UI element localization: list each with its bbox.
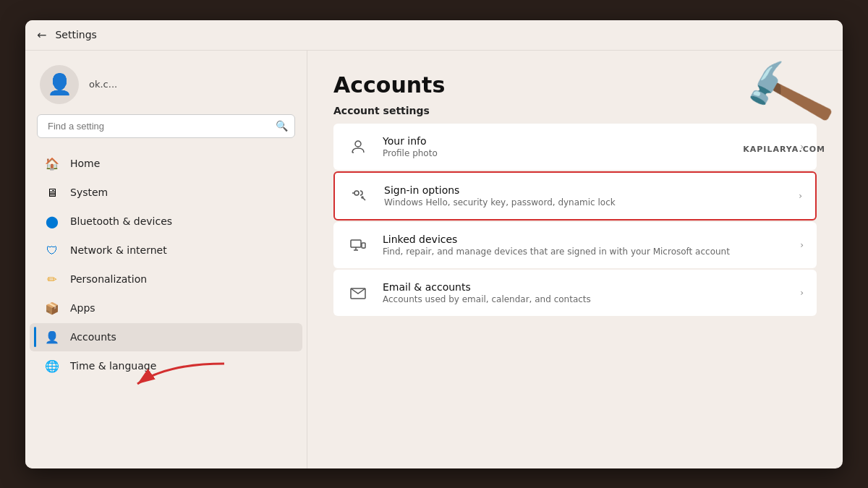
content-area: 🔨 KAPILARYA.COM Accounts Account setting… [307,51,843,468]
sidebar-item-home[interactable]: 🏠 Home [30,150,302,178]
sign-in-title: Sign-in options [384,184,786,196]
user-email: ok.c... [89,79,117,90]
sidebar-item-label: Time & language [70,360,156,372]
svg-point-3 [354,191,359,195]
back-button[interactable]: ← [37,28,46,42]
your-info-icon [346,135,370,158]
svg-point-1 [355,141,361,147]
chevron-icon: › [800,240,804,250]
apps-icon: 📦 [44,301,60,315]
chevron-icon: › [800,288,804,298]
linked-devices-icon [346,234,370,257]
your-info-title: Your info [383,135,787,147]
search-input[interactable] [37,114,295,138]
email-text: Email & accounts Accounts used by email,… [383,281,787,304]
sidebar-item-label: Personalization [70,273,147,285]
sign-in-text: Sign-in options Windows Hello, security … [384,184,786,207]
sidebar-item-personalization[interactable]: ✏️ Personalization [30,265,302,294]
chevron-icon: › [800,142,804,152]
sidebar-item-accounts[interactable]: 👤 Accounts [30,323,302,351]
sidebar-item-system[interactable]: 🖥 System [30,179,302,207]
linked-devices-subtitle: Find, repair, and manage devices that ar… [383,247,787,257]
personalization-icon: ✏️ [44,273,60,286]
sidebar-item-apps[interactable]: 📦 Apps [30,294,302,322]
sidebar-item-network[interactable]: 🛡 Network & internet [30,236,302,265]
time-icon: 🌐 [44,359,60,373]
sidebar-item-label: Bluetooth & devices [70,215,172,227]
window-title: Settings [55,29,96,40]
sidebar-item-time[interactable]: 🌐 Time & language [30,352,302,380]
linked-devices-title: Linked devices [383,234,787,245]
page-title: Accounts [333,72,817,98]
your-info-subtitle: Profile photo [383,148,787,158]
chevron-icon: › [799,191,802,201]
your-info-text: Your info Profile photo [383,135,787,158]
sidebar-item-bluetooth[interactable]: ⬤ Bluetooth & devices [30,207,302,236]
email-icon [346,281,370,304]
sidebar-item-label: Network & internet [70,244,167,256]
svg-point-4 [362,197,363,198]
sidebar-item-label: System [70,187,108,198]
titlebar: ← Settings [25,20,843,51]
settings-item-sign-in[interactable]: Sign-in options Windows Hello, security … [333,171,817,221]
settings-item-linked-devices[interactable]: Linked devices Find, repair, and manage … [333,222,817,268]
settings-item-email[interactable]: Email & accounts Accounts used by email,… [333,270,817,316]
sidebar-nav: 🏠 Home 🖥 System ⬤ Bluetooth & devices 🛡 … [25,150,307,380]
svg-rect-5 [351,240,361,247]
accounts-icon: 👤 [44,330,60,344]
search-icon: 🔍 [276,120,288,132]
bluetooth-icon: ⬤ [44,215,60,228]
avatar-icon: 👤 [47,72,72,96]
sign-in-icon [348,184,371,207]
sidebar-item-label: Accounts [70,331,116,343]
user-section: 👤 ok.c... [25,51,307,114]
home-icon: 🏠 [44,157,60,171]
settings-window: ← Settings 👤 ok.c... 🔍 🏠 Home [25,20,843,468]
sidebar: 👤 ok.c... 🔍 🏠 Home 🖥 System [25,51,307,468]
avatar: 👤 [40,65,79,104]
section-title: Account settings [333,105,817,116]
settings-item-your-info[interactable]: Your info Profile photo › [333,124,817,170]
search-box: 🔍 [37,114,295,138]
sign-in-subtitle: Windows Hello, security key, password, d… [384,197,786,207]
svg-rect-8 [362,243,365,248]
email-subtitle: Accounts used by email, calendar, and co… [383,294,787,304]
sidebar-item-label: Home [70,158,100,169]
email-title: Email & accounts [383,281,787,293]
system-icon: 🖥 [44,186,60,200]
linked-devices-text: Linked devices Find, repair, and manage … [383,234,787,257]
main-content: 👤 ok.c... 🔍 🏠 Home 🖥 System [25,51,843,468]
network-icon: 🛡 [44,244,60,257]
sidebar-item-label: Apps [70,302,95,314]
settings-list: Your info Profile photo › [333,124,817,316]
